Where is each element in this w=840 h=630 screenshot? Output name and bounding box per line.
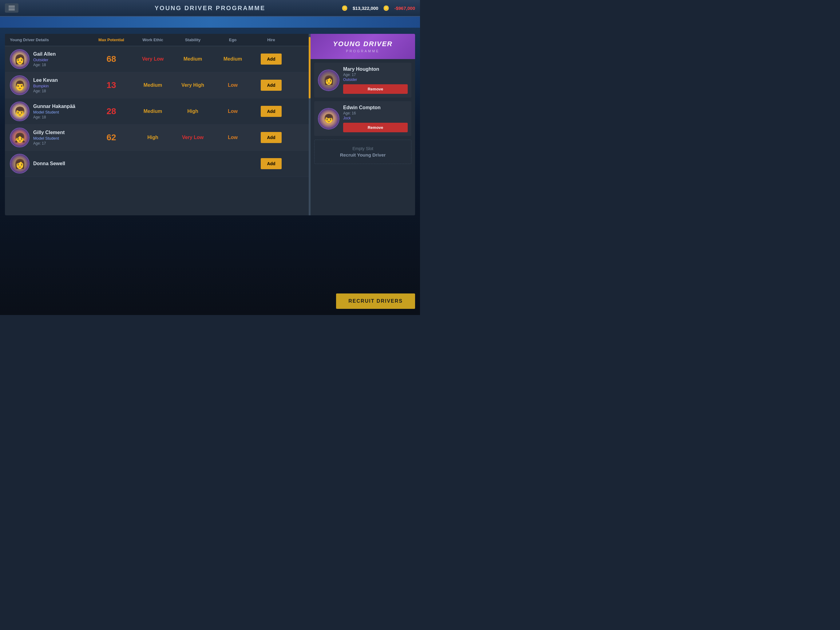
stability-lee: Very High [173,82,213,88]
table-header: Young Driver Details Max Potential Work … [5,34,309,46]
add-button-lee[interactable]: Add [261,80,281,91]
col-ego[interactable]: Ego [213,38,253,42]
driver-type-gunnar: Model Student [33,110,75,114]
ydp-header: YOUNG DRIVER PROGRAMME [311,34,415,59]
col-work-ethic[interactable]: Work Ethic [133,38,173,42]
driver-name-donna: Donna Sewell [33,161,65,166]
stability-gail: Medium [173,56,213,62]
driver-type-gail: Outsider [33,57,56,62]
scrollbar[interactable] [309,34,311,215]
top-bar: YOUNG DRIVER PROGRAMME 🪙 $13,322,000 🪙 -… [0,0,420,17]
col-hire: Hire [253,38,290,42]
hire-gail: Add [253,54,290,65]
avatar-gunnar: 👦 [10,101,30,121]
ydp-type-mary: Outsider [343,78,408,82]
table-row: 👧 Gilly Clement Model Student Age: 17 62… [5,125,309,151]
driver-text-lee: Lee Kevan Bumpkin Age: 18 [33,78,58,93]
work-ethic-gilly: High [133,135,173,140]
ego-gilly: Low [213,135,253,140]
page-title: YOUNG DRIVER PROGRAMME [155,5,265,12]
ydp-name-mary: Mary Houghton [343,66,408,72]
avatar-gail: 👩 [10,49,30,69]
ydp-type-edwin: Jock [343,116,408,120]
ego-gail: Medium [213,56,253,62]
stability-gilly: Very Low [173,135,213,140]
stability-gunnar: High [173,109,213,114]
ydp-avatar-mary: 👩 [318,70,339,91]
driver-rows: 👩 Gail Allen Outsider Age: 18 68 Very Lo… [5,46,309,215]
ydp-name-edwin: Edwin Compton [343,105,408,111]
col-details: Young Driver Details [10,38,90,42]
coin-icon: 🪙 [342,5,348,11]
driver-info-gunnar: 👦 Gunnar Hakanpää Model Student Age: 18 [10,101,90,121]
blue-strip [0,17,420,28]
ydp-title: YOUNG DRIVER [316,40,410,48]
ydp-empty-slot: Empty Slot Recruit Young Driver [314,140,411,164]
avatar-face-donna: 👩 [11,154,29,173]
ydp-avatar-edwin: 👦 [318,108,339,130]
driver-name-gail: Gail Allen [33,51,56,57]
add-button-gail[interactable]: Add [261,54,281,65]
col-potential[interactable]: Max Potential [90,38,133,42]
ydp-face-edwin: 👦 [319,109,339,129]
driver-text-donna: Donna Sewell [33,161,65,166]
finance-delta: -$967,000 [394,6,415,11]
empty-slot-title: Empty Slot [321,146,405,151]
driver-info-gilly: 👧 Gilly Clement Model Student Age: 17 [10,128,90,147]
ydp-slot-mary: 👩 Mary Houghton Age: 17 Outsider Remove [314,63,411,98]
avatar-face-gilly: 👧 [11,128,29,147]
potential-lee: 13 [90,80,133,90]
potential-gilly: 62 [90,133,133,142]
recruit-bar: RECRUIT DRIVERS [336,293,415,309]
avatar-face-gail: 👩 [11,50,29,68]
potential-gunnar: 28 [90,106,133,116]
table-row: 👩 Donna Sewell Add [5,151,309,177]
driver-text-gail: Gail Allen Outsider Age: 18 [33,51,56,67]
col-stability[interactable]: Stability [173,38,213,42]
table-row: 👦 Gunnar Hakanpää Model Student Age: 18 … [5,98,309,125]
ydp-face-mary: 👩 [319,70,339,90]
remove-button-mary[interactable]: Remove [343,84,408,94]
finances: 🪙 $13,322,000 🪙 -$967,000 [342,5,415,11]
remove-button-edwin[interactable]: Remove [343,123,408,132]
hire-gilly: Add [253,132,290,143]
menu-icon [9,6,15,10]
hire-donna: Add [253,158,290,169]
avatar-face-gunnar: 👦 [11,102,29,120]
driver-age-gail: Age: 18 [33,63,56,67]
ydp-slot-inner-edwin: Edwin Compton Age: 16 Jock Remove [343,105,408,132]
driver-text-gilly: Gilly Clement Model Student Age: 17 [33,130,65,146]
avatar-lee: 👨 [10,75,30,95]
potential-gail: 68 [90,54,133,64]
table-row: 👨 Lee Kevan Bumpkin Age: 18 13 Medium Ve… [5,72,309,98]
ydp-subtitle: PROGRAMME [316,49,410,53]
recruit-button[interactable]: RECRUIT DRIVERS [336,293,415,309]
ydp-slots: 👩 Mary Houghton Age: 17 Outsider Remove … [311,59,415,215]
hire-gunnar: Add [253,106,290,117]
ydp-slot-inner-mary: Mary Houghton Age: 17 Outsider Remove [343,66,408,94]
ydp-age-mary: Age: 17 [343,73,408,77]
main-content: Young Driver Details Max Potential Work … [5,34,415,215]
driver-info-lee: 👨 Lee Kevan Bumpkin Age: 18 [10,75,90,95]
add-button-donna[interactable]: Add [261,158,281,169]
avatar-gilly: 👧 [10,128,30,147]
balance: $13,322,000 [353,6,378,11]
driver-name-lee: Lee Kevan [33,78,58,83]
driver-name-gilly: Gilly Clement [33,130,65,135]
ydp-age-edwin: Age: 16 [343,111,408,116]
scroll-thumb [309,37,311,98]
work-ethic-lee: Medium [133,82,173,88]
add-button-gilly[interactable]: Add [261,132,281,143]
driver-type-gilly: Model Student [33,136,65,141]
ydp-panel: YOUNG DRIVER PROGRAMME 👩 Mary Houghton A… [311,34,415,215]
avatar-donna: 👩 [10,154,30,174]
ydp-slot-edwin: 👦 Edwin Compton Age: 16 Jock Remove [314,101,411,136]
add-button-gunnar[interactable]: Add [261,106,281,117]
work-ethic-gail: Very Low [133,56,173,62]
avatar-face-lee: 👨 [11,76,29,95]
driver-list-panel: Young Driver Details Max Potential Work … [5,34,309,215]
driver-name-gunnar: Gunnar Hakanpää [33,104,75,109]
hire-lee: Add [253,80,290,91]
menu-button[interactable] [5,3,19,13]
coin-icon-2: 🪙 [383,5,389,11]
